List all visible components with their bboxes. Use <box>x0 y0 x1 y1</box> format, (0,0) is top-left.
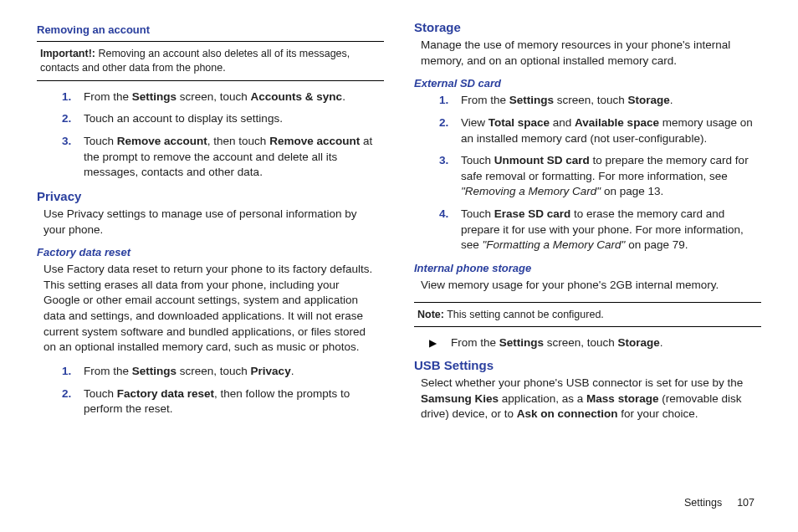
list-item: View Total space and Available space mem… <box>439 115 761 146</box>
text-bold: Remove account <box>269 135 360 147</box>
text-italic: "Removing a Memory Card" <box>461 185 601 197</box>
footer-section-label: Settings <box>684 497 722 509</box>
footer-page-number: 107 <box>737 497 755 509</box>
heading-factory-reset: Factory data reset <box>37 246 384 258</box>
list-item: Touch an account to display its settings… <box>62 111 384 127</box>
heading-external-sd: External SD card <box>414 77 761 90</box>
callout-body: This setting cannot be configured. <box>444 309 604 320</box>
arrow-icon: ▶ <box>429 336 451 351</box>
list-item: Touch Remove account, then touch Remove … <box>62 134 384 181</box>
text-bold: Settings <box>509 94 554 106</box>
text: , then touch <box>207 135 269 147</box>
text-bold: Settings <box>132 90 176 103</box>
xref-row: ▶ From the Settings screen, touch Storag… <box>429 335 761 351</box>
text-bold: Settings <box>499 336 544 349</box>
callout-lead: Note: <box>417 309 444 320</box>
text-bold: Remove account <box>117 135 207 147</box>
text-italic: "Formatting a Memory Card" <box>483 238 626 251</box>
text-bold: Samsung Kies <box>421 392 499 405</box>
text: for your choice. <box>618 407 698 420</box>
text-bold: Factory data reset <box>117 387 214 400</box>
text: Touch <box>84 387 117 400</box>
heading-usb-settings: USB Settings <box>414 358 761 372</box>
text: . <box>342 90 345 103</box>
text: screen, touch <box>176 90 251 103</box>
factory-steps: From the Settings screen, touch Privacy.… <box>62 364 384 417</box>
storage-paragraph: Manage the use of memory resources in yo… <box>421 38 755 69</box>
text: Touch <box>84 135 117 147</box>
heading-removing-account: Removing an account <box>37 23 384 36</box>
text-bold: Settings <box>132 365 176 377</box>
external-sd-steps: From the Settings screen, touch Storage.… <box>439 93 761 253</box>
text: screen, touch <box>176 365 251 377</box>
text-bold: Privacy <box>251 365 291 377</box>
heading-privacy: Privacy <box>37 189 384 203</box>
text: . <box>660 336 663 349</box>
list-item: Touch Erase SD card to erase the memory … <box>439 207 761 253</box>
text-bold: Available space <box>575 116 659 129</box>
factory-paragraph: Use Factory data reset to return your ph… <box>43 262 377 356</box>
text-bold: Ask on connection <box>517 407 618 420</box>
text: . <box>291 365 294 377</box>
page-content: Removing an account Important!: Removing… <box>0 0 798 502</box>
text-bold: Accounts & sync <box>251 90 343 103</box>
list-item: Touch Unmount SD card to prepare the mem… <box>439 153 761 200</box>
text: Touch <box>461 154 494 166</box>
xref-text: From the Settings screen, touch Storage. <box>451 335 663 351</box>
text: and <box>550 116 575 129</box>
callout-lead: Important!: <box>40 48 95 59</box>
privacy-paragraph: Use Privacy settings to manage use of pe… <box>43 207 377 238</box>
text: View <box>461 116 489 129</box>
text-bold: Unmount SD card <box>494 154 590 166</box>
note-callout: Note: This setting cannot be configured. <box>414 302 761 328</box>
important-callout: Important!: Removing an account also del… <box>37 41 384 81</box>
internal-storage-paragraph: View memory usage for your phone's 2GB i… <box>421 278 755 294</box>
list-item: Touch Factory data reset, then follow th… <box>62 386 384 417</box>
heading-storage: Storage <box>414 20 761 34</box>
text: Select whether your phone's USB connecto… <box>421 376 743 389</box>
text-bold: Total space <box>489 116 550 129</box>
text: . <box>670 94 673 106</box>
page-footer: Settings107 <box>684 497 755 509</box>
list-item: From the Settings screen, touch Storage. <box>439 93 761 109</box>
text: From the <box>84 365 132 377</box>
text: on page 13. <box>601 185 663 197</box>
text: screen, touch <box>544 336 618 349</box>
text: From the <box>461 94 509 106</box>
text-bold: Storage <box>628 94 670 106</box>
text: screen, touch <box>554 94 628 106</box>
text: From the <box>84 90 132 103</box>
text: Touch <box>461 207 494 220</box>
text-bold: Erase SD card <box>494 207 571 220</box>
list-item: From the Settings screen, touch Privacy. <box>62 364 384 380</box>
text-bold: Mass storage <box>586 392 658 405</box>
usb-paragraph: Select whether your phone's USB connecto… <box>421 376 755 422</box>
removing-steps: From the Settings screen, touch Accounts… <box>62 90 384 181</box>
text-bold: Storage <box>618 336 660 349</box>
heading-internal-storage: Internal phone storage <box>414 262 761 274</box>
right-column: Storage Manage the use of memory resourc… <box>414 20 761 489</box>
text: From the <box>451 336 499 349</box>
left-column: Removing an account Important!: Removing… <box>37 20 384 489</box>
list-item: From the Settings screen, touch Accounts… <box>62 90 384 105</box>
text: on page 79. <box>625 238 688 251</box>
text: application, as a <box>499 392 586 405</box>
